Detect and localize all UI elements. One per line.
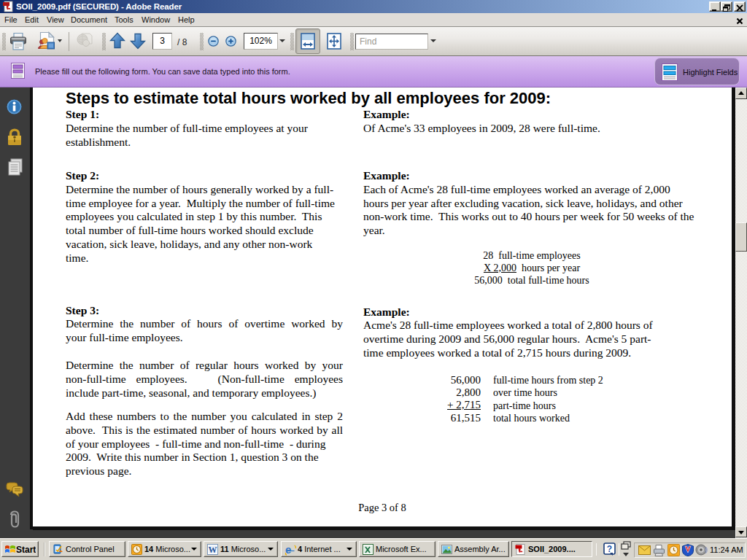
svg-text:e: e [285,544,291,556]
svg-text:?: ? [607,544,612,554]
svg-text:W: W [209,545,217,555]
